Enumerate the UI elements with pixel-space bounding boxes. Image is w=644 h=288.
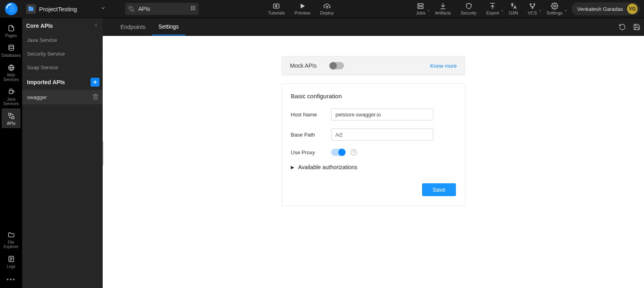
side-section-imported-title: Imported APIs (27, 79, 65, 85)
side-section-imported: Imported APIs + (22, 75, 103, 90)
topbar-artifacts[interactable]: Artifacts (430, 0, 456, 18)
mock-apis-toggle[interactable] (329, 62, 344, 69)
save-button[interactable]: Save (422, 183, 456, 196)
branch-icon (529, 2, 536, 10)
save-icon-button[interactable] (630, 18, 644, 35)
trash-icon[interactable] (92, 93, 99, 101)
rail-pages[interactable]: Pages (2, 21, 21, 40)
topbar-vcs[interactable]: VCS▾ (523, 0, 542, 18)
server-icon (417, 2, 424, 10)
use-proxy-toggle[interactable] (331, 149, 346, 156)
chevron-down-icon: ▾ (565, 9, 567, 12)
topbar: ProjectTesting APIs TutorialsPreviewDepl… (0, 0, 644, 18)
topbar-settings[interactable]: Settings▾ (542, 0, 567, 18)
svg-rect-13 (418, 7, 424, 9)
rail-logs[interactable]: Logs (4, 251, 19, 271)
svg-marker-10 (276, 5, 277, 7)
side-panel-handle[interactable] (102, 141, 103, 165)
side-section-core-title: Core APIs (26, 23, 53, 29)
more-icon[interactable]: ••• (6, 271, 16, 288)
chevron-down-icon: ▾ (428, 9, 429, 12)
topbar-i18n[interactable]: I18N (504, 0, 523, 18)
app-logo[interactable] (0, 0, 22, 18)
core-api-item[interactable]: Java Service (22, 33, 103, 47)
svg-rect-1 (29, 7, 33, 11)
globe-icon (2, 63, 21, 72)
folder-icon (4, 230, 19, 239)
side-section-core: Core APIs (22, 18, 103, 33)
topbar-export[interactable]: Export▾ (481, 0, 504, 18)
svg-point-20 (9, 45, 14, 47)
host-name-input[interactable] (331, 108, 433, 120)
topbar-tutorials[interactable]: Tutorials (263, 0, 290, 18)
topbar-jobs[interactable]: Jobs▾ (411, 0, 430, 18)
basic-config-card: Basic configuration Host Name Base Path (282, 83, 465, 206)
log-icon (4, 255, 19, 263)
topbar-deploy[interactable]: Deploy (315, 0, 338, 18)
api-icon (128, 5, 135, 12)
cup-icon (2, 87, 21, 96)
basic-config-title: Basic configuration (291, 93, 456, 99)
add-imported-api-button[interactable]: + (91, 78, 99, 87)
base-path-input[interactable] (331, 128, 433, 141)
rail-file-explorer[interactable]: File Explorer (4, 227, 19, 251)
svg-rect-4 (132, 9, 134, 11)
project-icon (26, 4, 36, 14)
svg-rect-3 (129, 6, 131, 8)
mock-apis-card: Mock APIs Know more (282, 56, 465, 75)
chevron-down-icon: ▾ (539, 9, 541, 12)
use-proxy-row: Use Proxy ? (291, 149, 456, 156)
tab-settings[interactable]: Settings (152, 18, 185, 35)
breadcrumb[interactable]: APIs (125, 3, 199, 15)
svg-rect-6 (193, 6, 195, 8)
content: Mock APIs Know more Basic configuration … (103, 36, 644, 288)
collapse-icon[interactable] (94, 23, 99, 29)
file-icon (2, 24, 21, 33)
download-icon (439, 2, 447, 10)
tab-endpoints[interactable]: Endpoints (114, 18, 152, 35)
play-icon (299, 2, 306, 10)
grid-icon[interactable] (190, 5, 196, 13)
core-api-item[interactable]: Security Service (22, 47, 103, 61)
user-menu[interactable]: Venkatesh Garadas VG (572, 2, 640, 15)
shield-icon (465, 2, 472, 10)
core-api-item[interactable]: Soap Service (22, 61, 103, 75)
gear-icon (551, 2, 558, 10)
rail-apis[interactable]: APIs (2, 108, 21, 128)
chevron-down-icon: ▾ (501, 9, 503, 12)
db-icon (2, 44, 21, 52)
svg-rect-25 (8, 113, 10, 115)
svg-rect-26 (12, 117, 14, 119)
project-name: ProjectTesting (39, 6, 77, 12)
svg-rect-12 (418, 4, 424, 6)
rail-java-services[interactable]: Java Services (2, 84, 21, 108)
topbar-preview[interactable]: Preview (290, 0, 315, 18)
available-authorizations-label: Available authorizations (298, 164, 358, 170)
main: EndpointsSettings Mock APIs Know more (103, 18, 644, 288)
translate-icon (510, 2, 517, 10)
svg-rect-2 (29, 6, 31, 8)
triangle-right-icon: ▶ (291, 165, 294, 170)
play-box-icon (273, 2, 280, 10)
side-panel: Core APIs Java ServiceSecurity ServiceSo… (22, 18, 103, 288)
svg-rect-7 (191, 8, 193, 10)
imported-api-item[interactable]: swagger (22, 90, 103, 104)
use-proxy-label: Use Proxy (291, 149, 331, 155)
help-icon[interactable]: ? (350, 149, 357, 155)
project-selector[interactable]: ProjectTesting (22, 0, 113, 18)
svg-marker-11 (300, 4, 305, 8)
mock-apis-label: Mock APIs (290, 62, 317, 69)
cloud-deploy-icon (323, 2, 331, 10)
refresh-button[interactable] (615, 18, 630, 35)
svg-rect-5 (191, 6, 193, 8)
user-name: Venkatesh Garadas (577, 6, 623, 12)
available-authorizations-accordion[interactable]: ▶ Available authorizations (291, 164, 456, 170)
svg-point-19 (554, 5, 556, 7)
rail-web-services[interactable]: Web Services (2, 60, 21, 84)
topbar-security[interactable]: Security (456, 0, 482, 18)
avatar: VG (627, 4, 638, 14)
breadcrumb-label: APIs (138, 6, 186, 12)
apis-icon (2, 112, 21, 120)
know-more-link[interactable]: Know more (430, 63, 457, 69)
rail-databases[interactable]: Databases (2, 40, 21, 60)
